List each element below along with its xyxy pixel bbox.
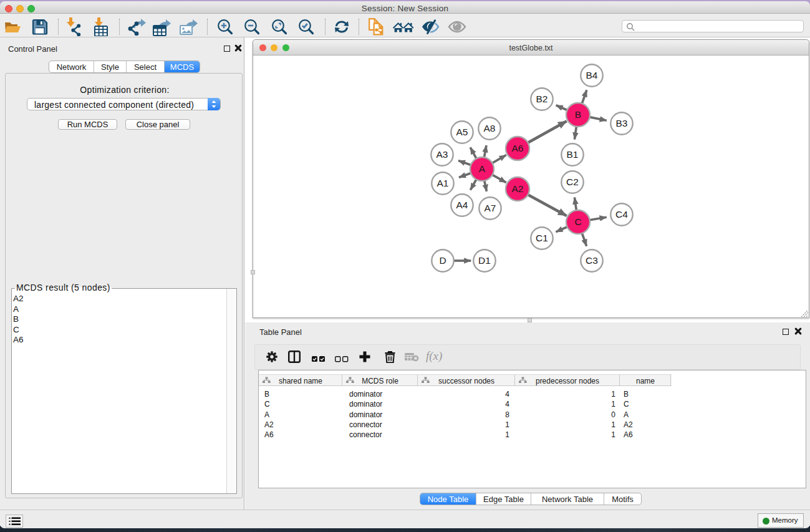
svg-text:B4: B4 (586, 70, 598, 80)
svg-text:B3: B3 (616, 118, 628, 128)
svg-text:A7: A7 (485, 203, 496, 213)
svg-text:B2: B2 (536, 94, 548, 104)
svg-text:C3: C3 (586, 255, 598, 266)
svg-text:A2: A2 (512, 183, 524, 194)
svg-text:A1: A1 (437, 178, 449, 188)
svg-text:A6: A6 (512, 143, 524, 153)
svg-text:C: C (574, 216, 581, 227)
svg-text:C1: C1 (536, 233, 548, 243)
svg-text:A: A (479, 163, 486, 174)
svg-text:D: D (439, 255, 446, 266)
svg-text:C2: C2 (566, 177, 579, 187)
svg-text:C4: C4 (615, 209, 628, 220)
svg-text:A3: A3 (436, 149, 448, 160)
svg-text:A5: A5 (456, 127, 468, 137)
svg-text:B1: B1 (567, 149, 579, 160)
svg-text:D1: D1 (478, 255, 491, 266)
svg-text:A8: A8 (484, 123, 496, 133)
svg-text:A4: A4 (456, 200, 468, 210)
svg-text:B: B (575, 109, 581, 120)
